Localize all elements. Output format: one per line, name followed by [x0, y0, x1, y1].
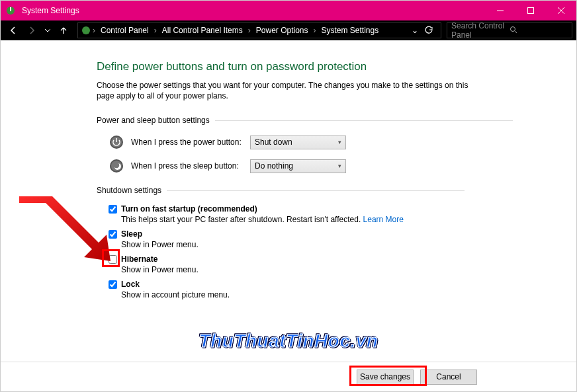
save-button[interactable]: Save changes [357, 370, 414, 385]
refresh-button[interactable] [420, 26, 438, 35]
search-placeholder: Search Control Panel [451, 21, 510, 40]
section-shutdown-header: Shutdown settings [97, 186, 576, 195]
hibernate-label: Hibernate [121, 255, 157, 264]
window-title: System Settings [21, 6, 485, 15]
sleep-label: Sleep [121, 229, 142, 239]
history-dropdown-button[interactable] [42, 22, 54, 39]
page-title: Define power buttons and turn on passwor… [97, 60, 576, 73]
chevron-right-icon: › [312, 26, 317, 35]
section-power-sleep-header: Power and sleep button settings [97, 116, 576, 125]
location-icon [81, 25, 91, 36]
svg-point-6 [82, 26, 90, 34]
close-button[interactable] [546, 1, 576, 20]
power-button-label: When I press the power button: [131, 137, 250, 147]
chevron-right-icon: › [91, 26, 97, 35]
fast-startup-desc: This helps start your PC faster after sh… [109, 215, 576, 224]
page-description: Choose the power settings that you want … [97, 80, 474, 101]
forward-button[interactable] [23, 22, 40, 39]
chevron-down-icon: ▾ [338, 139, 341, 145]
svg-rect-1 [10, 7, 11, 11]
sleep-block: Sleep Show in Power menu. [97, 229, 576, 249]
sleep-icon [109, 158, 124, 174]
back-button[interactable] [5, 22, 22, 39]
chevron-right-icon: › [247, 26, 252, 35]
search-input[interactable]: Search Control Panel [447, 22, 572, 38]
maximize-button[interactable] [515, 1, 546, 20]
sleep-desc: Show in Power menu. [109, 240, 576, 249]
hibernate-checkbox[interactable] [109, 255, 117, 264]
search-icon[interactable] [510, 26, 568, 36]
footer: Save changes Cancel [1, 362, 576, 391]
lock-block: Lock Show in account picture menu. [97, 280, 576, 299]
crumb-all-items[interactable]: All Control Panel Items [158, 26, 247, 35]
up-button[interactable] [55, 22, 72, 39]
lock-label: Lock [121, 280, 140, 289]
breadcrumb[interactable]: › Control Panel › All Control Panel Item… [77, 22, 441, 38]
chevron-right-icon: › [153, 26, 158, 35]
chevron-down-icon: ▾ [338, 163, 341, 169]
hibernate-desc: Show in Power menu. [109, 265, 576, 274]
learn-more-link[interactable]: Learn More [363, 215, 404, 224]
sleep-button-dropdown[interactable]: Do nothing▾ [250, 159, 346, 173]
power-button-dropdown[interactable]: Shut down▾ [250, 136, 346, 149]
minimize-button[interactable] [485, 1, 515, 20]
content-area: Define power buttons and turn on passwor… [1, 40, 576, 362]
svg-rect-3 [528, 8, 534, 14]
fast-startup-checkbox[interactable] [109, 205, 117, 214]
navbar: › Control Panel › All Control Panel Item… [1, 20, 576, 40]
crumb-system-settings[interactable]: System Settings [317, 26, 382, 35]
row-sleep-button: When I press the sleep button: Do nothin… [97, 158, 576, 174]
chevron-down-icon[interactable]: ⌄ [410, 26, 420, 35]
row-power-button: When I press the power button: Shut down… [97, 134, 576, 150]
power-icon [109, 134, 124, 150]
app-icon [1, 5, 21, 16]
fast-startup-block: Turn on fast startup (recommended) This … [97, 204, 576, 224]
fast-startup-label: Turn on fast startup (recommended) [121, 204, 257, 214]
svg-line-8 [515, 31, 517, 33]
crumb-power-options[interactable]: Power Options [252, 26, 312, 35]
sleep-checkbox[interactable] [109, 230, 117, 239]
sleep-button-label: When I press the sleep button: [131, 161, 250, 171]
crumb-control-panel[interactable]: Control Panel [97, 26, 153, 35]
cancel-button[interactable]: Cancel [420, 370, 477, 385]
lock-checkbox[interactable] [109, 280, 117, 289]
hibernate-block: Hibernate Show in Power menu. [97, 255, 576, 274]
lock-desc: Show in account picture menu. [109, 290, 576, 299]
svg-point-7 [511, 26, 515, 31]
titlebar: System Settings [1, 1, 576, 20]
